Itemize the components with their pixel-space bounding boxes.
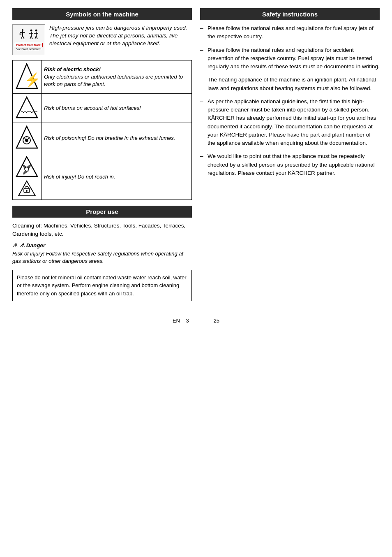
svg-text:⚡: ⚡	[24, 72, 38, 88]
svg-line-15	[36, 36, 37, 39]
proper-use-header: Proper use	[12, 206, 192, 218]
danger-heading: ⚠ ⚠ Danger	[12, 242, 192, 248]
rotating-blades-icon	[16, 156, 38, 177]
dash-icon: –	[200, 24, 205, 32]
svg-point-11	[35, 29, 37, 31]
right-column: Safety instructions – Please follow the …	[200, 8, 380, 301]
safety-list: – Please follow the national rules and r…	[200, 24, 380, 177]
injury-text: Risk of injury! Do not reach in.	[42, 154, 192, 200]
svg-line-14	[35, 36, 36, 39]
dash-icon: –	[200, 46, 205, 54]
safety-item-text: We would like to point out that the appl…	[208, 152, 380, 177]
proper-use-section: Proper use Cleaning of: Machines, Vehicl…	[12, 206, 192, 301]
svg-line-4	[23, 36, 24, 39]
dash-icon: –	[200, 76, 205, 84]
footer-page-number: 25	[214, 318, 219, 324]
svg-line-3	[21, 36, 23, 39]
svg-point-30	[26, 190, 28, 192]
injury-icon-cell	[13, 154, 42, 200]
machine-intro-icon: ✕ Protect	[12, 24, 45, 55]
svg-line-10	[31, 36, 32, 39]
svg-text:〰〰: 〰〰	[21, 108, 37, 117]
list-item: – Please follow the national rules and r…	[200, 24, 380, 41]
poison-icon	[16, 125, 38, 150]
svg-line-9	[30, 36, 31, 39]
danger-triangle-icon: ⚠	[12, 242, 18, 248]
notice-box: Please do not let mineral oil contaminat…	[12, 270, 192, 302]
lock-icon	[18, 180, 36, 197]
svg-point-1	[22, 29, 23, 31]
machine-intro: ✕ Protect	[12, 24, 192, 55]
poison-icon-cell	[13, 123, 42, 154]
proper-use-text: Cleaning of: Machines, Vehicles, Structu…	[12, 222, 192, 239]
svg-point-6	[30, 29, 32, 31]
poison-text: Risk of poisoning! Do not breathe in the…	[42, 123, 192, 154]
heat-icon-cell: 〰〰	[13, 94, 42, 123]
svg-text:✕: ✕	[19, 32, 22, 36]
svg-marker-26	[16, 157, 37, 176]
list-item: – The heating appliance of the machine i…	[200, 76, 380, 93]
dash-icon: –	[200, 152, 205, 160]
danger-text: Risk of injury! Follow the respective sa…	[12, 250, 192, 265]
warning-table: ⚡ Risk of electric shock! Only electrici…	[12, 60, 192, 200]
symbols-header: Symbols on the machine	[12, 8, 192, 20]
people-icon	[28, 29, 39, 41]
list-item: – We would like to point out that the ap…	[200, 152, 380, 177]
electric-shock-icon: ⚡	[16, 63, 38, 90]
safety-item-text: Please follow the national rules and reg…	[208, 46, 380, 71]
dash-icon: –	[200, 97, 205, 106]
safety-header: Safety instructions	[200, 8, 380, 20]
page-footer: EN – 3 25	[12, 318, 380, 324]
list-item: – As per the applicable national guideli…	[200, 97, 380, 148]
person-danger-icon: ✕	[18, 29, 27, 41]
safety-item-text: The heating appliance of the machine is …	[208, 76, 380, 93]
electric-shock-text: Risk of electric shock! Only electrician…	[42, 60, 192, 94]
list-item: – Please follow the national rules and r…	[200, 46, 380, 71]
heat-icon: 〰〰	[16, 96, 38, 119]
danger-label: ⚠ Danger	[20, 242, 45, 248]
table-row: Risk of injury! Do not reach in.	[13, 154, 192, 200]
table-row: ⚡ Risk of electric shock! Only electrici…	[13, 60, 192, 94]
safety-item-text: As per the applicable national guideline…	[208, 97, 380, 148]
svg-point-22	[25, 139, 28, 142]
left-column: Symbols on the machine ✕	[12, 8, 192, 301]
table-row: 〰〰 Risk of burns on account of hot surfa…	[13, 94, 192, 123]
table-row: Risk of poisoning! Do not breathe in the…	[13, 123, 192, 154]
electric-icon-cell: ⚡	[13, 60, 42, 94]
safety-item-text: Please follow the national rules and reg…	[208, 24, 380, 41]
footer-label: EN – 3	[173, 318, 189, 324]
heat-text: Risk of burns on account of hot surfaces…	[42, 94, 192, 123]
machine-intro-text: High-pressure jets can be dangerous if i…	[49, 24, 192, 55]
notice-text: Please do not let mineral oil contaminat…	[17, 274, 187, 297]
